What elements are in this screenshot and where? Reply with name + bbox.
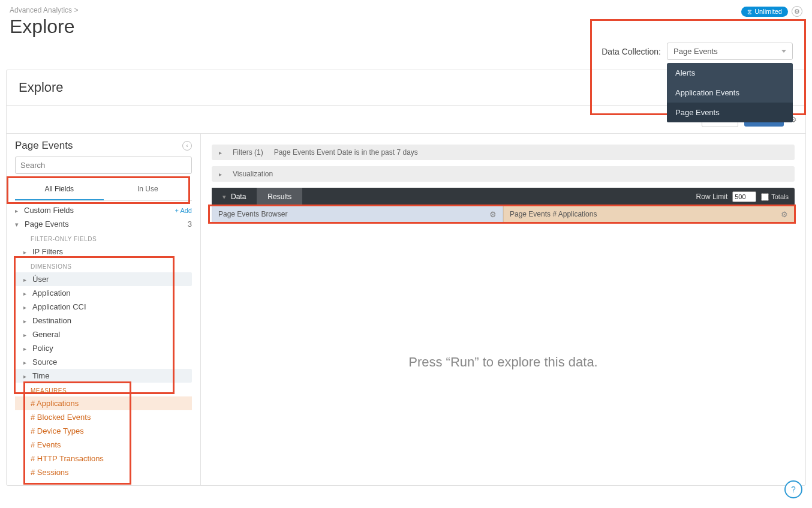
field-application[interactable]: Application <box>15 286 192 300</box>
filters-label: Filters (1) <box>233 148 263 157</box>
field-time[interactable]: Time <box>15 369 192 383</box>
measure-blocked-events[interactable]: # Blocked Events <box>15 410 192 424</box>
measure-events[interactable]: # Events <box>15 438 192 452</box>
data-collection-select[interactable]: Page Events <box>667 43 793 60</box>
measure-http-transactions[interactable]: # HTTP Transactions <box>15 452 192 465</box>
tab-in-use[interactable]: In Use <box>104 179 193 200</box>
tab-results[interactable]: Results <box>257 188 302 206</box>
chevron-down-icon <box>781 50 786 53</box>
field-source[interactable]: Source <box>15 355 192 369</box>
gear-icon[interactable]: ⚙ <box>781 210 788 219</box>
viz-label: Visualization <box>233 170 273 178</box>
data-header: Data Results Row Limit Totals <box>212 188 795 206</box>
breadcrumb[interactable]: Advanced Analytics > <box>10 6 78 14</box>
rowlimit-label: Row Limit <box>696 193 728 201</box>
page-events-section[interactable]: Page Events 3 <box>15 217 192 231</box>
empty-state-message: Press “Run” to explore this data. <box>212 354 795 370</box>
data-collection-label: Data Collection: <box>602 47 661 56</box>
settings-gear-icon[interactable]: ⚙ <box>792 6 802 17</box>
caret-icon <box>15 220 19 229</box>
collapse-sidebar-icon[interactable]: ‹ <box>182 141 192 151</box>
caret-icon <box>15 206 18 215</box>
column-dimension[interactable]: Page Events Browser ⚙ <box>212 206 503 223</box>
option-application-events[interactable]: Application Events <box>667 83 793 103</box>
page-title: Explore <box>10 16 78 38</box>
custom-fields-label: Custom Fields <box>24 206 74 215</box>
caret-icon <box>219 148 222 157</box>
filter-only-header: FILTER-ONLY FIELDS <box>15 231 192 245</box>
caret-icon <box>219 170 222 178</box>
filters-text: Page Events Event Date is in the past 7 … <box>274 148 418 157</box>
data-collection-dropdown[interactable]: Alerts Application Events Page Events <box>667 63 793 122</box>
totals-check-input[interactable] <box>761 193 769 201</box>
badge-text: Unlimited <box>754 8 782 15</box>
dimensions-header: DIMENSIONS <box>15 258 192 272</box>
custom-fields-row[interactable]: Custom Fields + Add <box>15 203 192 217</box>
column-measure-label: Page Events # Applications <box>510 210 597 218</box>
field-general[interactable]: General <box>15 327 192 341</box>
field-ip-filters[interactable]: IP Filters <box>15 245 192 258</box>
column-dim-label: Page Events Browser <box>218 210 287 218</box>
column-measure[interactable]: Page Events # Applications ⚙ <box>503 206 795 223</box>
measure-applications[interactable]: # Applications <box>15 396 192 410</box>
option-page-events[interactable]: Page Events <box>667 103 793 122</box>
tab-all-fields[interactable]: All Fields <box>15 179 104 200</box>
field-policy[interactable]: Policy <box>15 341 192 355</box>
tab-data[interactable]: Data <box>212 188 257 206</box>
data-collection-value: Page Events <box>673 47 718 56</box>
gear-icon[interactable]: ⚙ <box>489 210 497 219</box>
add-custom-field[interactable]: + Add <box>175 207 192 214</box>
visualization-bar[interactable]: Visualization <box>212 166 795 182</box>
measure-sessions[interactable]: # Sessions <box>15 465 192 479</box>
field-destination[interactable]: Destination <box>15 314 192 327</box>
caret-icon <box>222 193 226 201</box>
totals-checkbox[interactable]: Totals <box>761 193 789 201</box>
field-user[interactable]: Úser <box>15 272 192 286</box>
hourglass-icon: ⧖ <box>747 8 752 16</box>
section-count: 3 <box>188 220 192 229</box>
search-input[interactable] <box>15 157 192 174</box>
field-application-cci[interactable]: Application CCI <box>15 300 192 314</box>
rowlimit-input[interactable] <box>732 191 756 202</box>
sidebar-title: Page Events <box>15 140 73 152</box>
option-alerts[interactable]: Alerts <box>667 63 793 83</box>
filters-bar[interactable]: Filters (1) Page Events Event Date is in… <box>212 145 795 160</box>
measures-header: MEASURES <box>15 383 192 396</box>
unlimited-badge: ⧖ Unlimited <box>741 7 788 17</box>
section-name: Page Events <box>25 220 69 229</box>
measure-device-types[interactable]: # Device Types <box>15 424 192 438</box>
